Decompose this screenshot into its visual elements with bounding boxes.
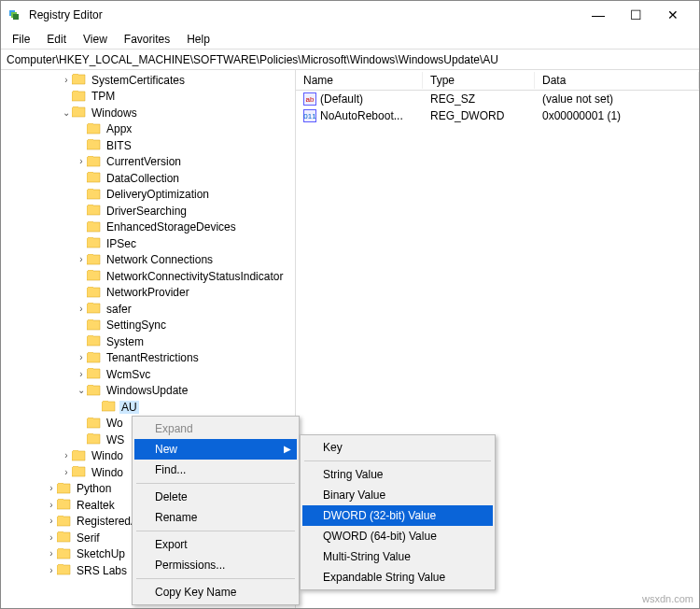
tree-item[interactable]: Appx: [1, 121, 295, 138]
ctx-sep: [304, 460, 491, 461]
close-button[interactable]: ✕: [654, 2, 692, 28]
ctx-find[interactable]: Find...: [134, 460, 297, 480]
chevron-right-icon[interactable]: ›: [46, 533, 57, 543]
tree-item[interactable]: EnhancedStorageDevices: [1, 220, 295, 236]
folder-icon: [72, 74, 87, 86]
regedit-icon: [8, 7, 23, 22]
folder-icon: [87, 205, 102, 217]
ctx-sep: [136, 483, 295, 484]
ctx-new-binary[interactable]: Binary Value: [302, 485, 493, 505]
tree-item[interactable]: System: [1, 333, 295, 350]
ctx-new-key[interactable]: Key: [302, 437, 493, 458]
tree-item[interactable]: DataCollection: [1, 170, 295, 187]
folder-icon: [87, 254, 102, 266]
watermark: wsxdn.com: [642, 593, 693, 604]
chevron-right-icon[interactable]: ›: [76, 370, 87, 379]
submenu-arrow-icon: ▶: [284, 444, 291, 454]
titlebar: Registry Editor — ☐ ✕: [1, 1, 699, 29]
ctx-new[interactable]: New▶: [134, 439, 297, 460]
value-type: REG_SZ: [423, 92, 535, 106]
tree-item[interactable]: ›SystemCertificates: [1, 72, 295, 89]
tree-item[interactable]: NetworkConnectivityStatusIndicator: [1, 268, 295, 285]
tree-item[interactable]: ›safer: [1, 301, 295, 318]
ctx-export[interactable]: Export: [134, 534, 297, 555]
chevron-right-icon[interactable]: ›: [61, 451, 72, 460]
ctx-copykey[interactable]: Copy Key Name: [134, 582, 297, 602]
chevron-down-icon[interactable]: ⌄: [76, 386, 87, 395]
chevron-right-icon[interactable]: ›: [61, 76, 72, 85]
tree-item-label: IPSec: [105, 237, 138, 250]
chevron-right-icon[interactable]: ›: [76, 304, 87, 314]
folder-icon: [87, 270, 102, 282]
chevron-right-icon[interactable]: ›: [76, 353, 87, 362]
tree-item[interactable]: AU: [1, 399, 295, 416]
tree-item-label: Windo: [90, 449, 125, 462]
tree-item[interactable]: ›Network Connections: [1, 252, 295, 269]
dword-value-icon: 011: [303, 109, 316, 122]
menu-edit[interactable]: Edit: [39, 31, 74, 48]
col-type[interactable]: Type: [423, 72, 535, 89]
folder-icon: [57, 483, 72, 495]
value-row[interactable]: ab(Default)REG_SZ(value not set): [296, 91, 699, 107]
col-data[interactable]: Data: [535, 72, 699, 89]
ctx-expand[interactable]: Expand: [134, 418, 297, 439]
tree-item-label: System: [105, 335, 146, 348]
tree-item[interactable]: ⌄Windows: [1, 105, 295, 121]
menu-file[interactable]: File: [5, 31, 37, 48]
ctx-permissions[interactable]: Permissions...: [134, 555, 297, 575]
ctx-new-qword[interactable]: QWORD (64-bit) Value: [302, 526, 493, 546]
tree-item-label: Appx: [105, 122, 133, 135]
tree-item[interactable]: TPM: [1, 89, 295, 106]
chevron-right-icon[interactable]: ›: [46, 501, 57, 510]
tree-item[interactable]: NetworkProvider: [1, 285, 295, 302]
ctx-new-expand[interactable]: Expandable String Value: [302, 567, 493, 588]
folder-icon: [87, 433, 102, 446]
col-name[interactable]: Name: [296, 72, 423, 89]
tree-item-label: EnhancedStorageDevices: [105, 220, 238, 234]
chevron-right-icon[interactable]: ›: [46, 549, 57, 559]
ctx-new-dword[interactable]: DWORD (32-bit) Value: [302, 505, 493, 526]
tree-item-label: Python: [75, 482, 113, 495]
tree-item[interactable]: BITS: [1, 137, 295, 154]
tree-item-label: DriverSearching: [105, 205, 189, 218]
tree-item[interactable]: IPSec: [1, 235, 295, 252]
chevron-right-icon[interactable]: ›: [46, 517, 57, 526]
ctx-new-string[interactable]: String Value: [302, 464, 493, 485]
folder-icon: [87, 237, 102, 249]
chevron-right-icon[interactable]: ›: [76, 255, 87, 264]
registry-editor-window: Registry Editor — ☐ ✕ File Edit View Fav…: [0, 0, 700, 609]
tree-item[interactable]: DriverSearching: [1, 203, 295, 220]
ctx-delete[interactable]: Delete: [134, 487, 297, 507]
minimize-button[interactable]: —: [580, 2, 617, 28]
chevron-right-icon[interactable]: ›: [61, 468, 72, 477]
ctx-new-multi[interactable]: Multi-String Value: [302, 546, 493, 567]
menu-favorites[interactable]: Favorites: [117, 31, 177, 48]
address-bar[interactable]: Computer\HKEY_LOCAL_MACHINE\SOFTWARE\Pol…: [1, 50, 699, 70]
chevron-right-icon[interactable]: ›: [46, 566, 57, 575]
tree-item[interactable]: DeliveryOptimization: [1, 187, 295, 204]
menu-help[interactable]: Help: [179, 31, 217, 48]
folder-icon: [87, 319, 102, 332]
tree-item-label: NetworkProvider: [105, 286, 191, 299]
tree-item[interactable]: ›CurrentVersion: [1, 154, 295, 171]
folder-icon: [87, 172, 102, 184]
folder-icon: [57, 499, 72, 511]
folder-icon: [87, 368, 102, 380]
folder-icon: [87, 123, 102, 135]
svg-rect-2: [13, 14, 19, 20]
maximize-button[interactable]: ☐: [617, 2, 654, 28]
address-text: Computer\HKEY_LOCAL_MACHINE\SOFTWARE\Pol…: [7, 53, 498, 66]
chevron-right-icon[interactable]: ›: [46, 484, 57, 493]
tree-item[interactable]: SettingSync: [1, 318, 295, 334]
tree-item[interactable]: ›TenantRestrictions: [1, 350, 295, 367]
tree-item[interactable]: ›WcmSvc: [1, 366, 295, 383]
chevron-down-icon[interactable]: ⌄: [61, 108, 72, 118]
ctx-rename[interactable]: Rename: [134, 507, 297, 528]
chevron-right-icon[interactable]: ›: [76, 157, 87, 166]
value-row[interactable]: 011NoAutoReboot...REG_DWORD0x00000001 (1…: [296, 107, 699, 124]
tree-item[interactable]: ⌄WindowsUpdate: [1, 383, 295, 400]
tree-item-label: Serif: [75, 531, 102, 545]
tree-item-label: safer: [105, 303, 133, 316]
ctx-sep: [136, 578, 295, 579]
menu-view[interactable]: View: [76, 31, 115, 48]
